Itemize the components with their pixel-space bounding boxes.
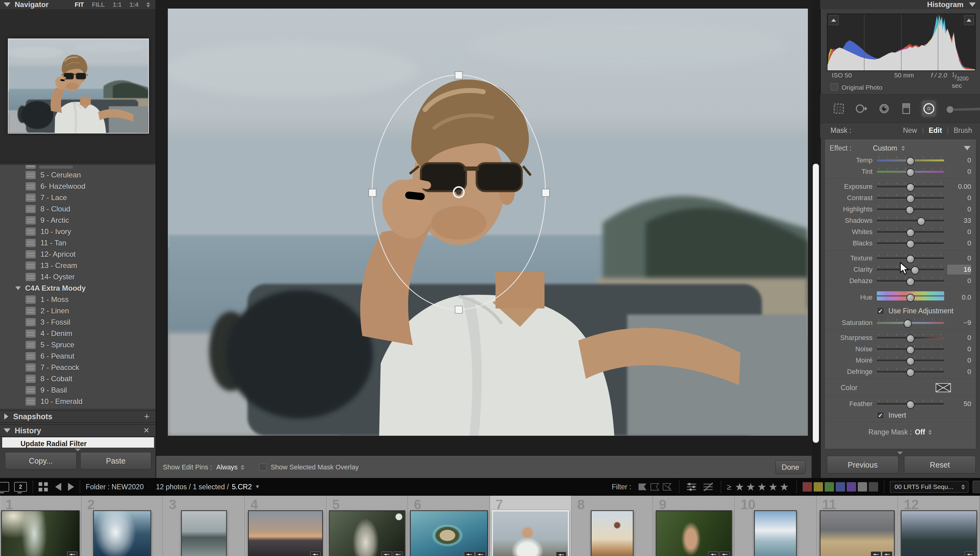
adjustments-badge-icon[interactable] — [393, 551, 403, 556]
clear-history-button[interactable]: ✕ — [143, 426, 149, 435]
original-photo-checkbox[interactable]: ✓ — [831, 83, 838, 91]
next-photo-icon[interactable] — [68, 483, 74, 491]
collapse-triangle-icon[interactable] — [969, 2, 976, 7]
metadata-badge-icon[interactable] — [382, 551, 392, 556]
texture-knob[interactable] — [907, 255, 915, 263]
noise-knob[interactable] — [907, 346, 915, 354]
navigator-preview[interactable] — [8, 39, 149, 133]
histogram-chart[interactable] — [827, 13, 976, 71]
photo-thumbnail-waterfall[interactable] — [1, 511, 79, 556]
show-edit-pins-updown-icon[interactable] — [241, 465, 245, 470]
preset-item[interactable]: 12- Apricot — [0, 249, 156, 260]
photo-thumbnail-pool[interactable] — [754, 511, 797, 556]
history-header[interactable]: History ✕ — [0, 424, 156, 437]
preset-item[interactable]: 4 - Denim — [0, 328, 156, 339]
mask-option-brush[interactable]: Brush — [954, 126, 972, 135]
preset-item[interactable]: 5 - Spruce — [0, 339, 156, 351]
collapse-triangle-icon[interactable] — [964, 146, 970, 150]
whites-knob[interactable] — [907, 229, 915, 237]
no-edits-filter-icon[interactable] — [701, 482, 715, 492]
flag-unflagged-icon[interactable] — [649, 482, 661, 491]
flag-reject-icon[interactable] — [661, 482, 674, 491]
metadata-badge-icon[interactable] — [708, 551, 718, 556]
zoom-mode-fill[interactable]: FILL — [92, 1, 105, 8]
preset-item[interactable]: 14- Oyster — [0, 271, 156, 283]
shadow-clipping-button[interactable] — [829, 15, 839, 25]
defringe-slider[interactable] — [877, 366, 944, 377]
hue-knob[interactable] — [907, 294, 915, 302]
highlight-clipping-button[interactable] — [964, 15, 974, 25]
clarity-knob[interactable] — [911, 266, 919, 275]
previous-button[interactable]: Previous — [827, 456, 899, 474]
exposure-knob[interactable] — [907, 183, 915, 192]
filter-lock-icon[interactable] — [973, 481, 980, 493]
color-label-swatch[interactable] — [802, 482, 812, 492]
filter-preset-dropdown[interactable]: 00 LRT5 Full Sequ... — [890, 481, 969, 493]
preset-row-partial[interactable] — [0, 165, 156, 169]
adjustments-badge-icon[interactable] — [556, 552, 567, 556]
filmstrip-cell-1[interactable]: 1 — [0, 496, 82, 556]
sharpness-slider[interactable] — [877, 332, 944, 343]
zoom-mode-1-1[interactable]: 1:1 — [113, 1, 121, 8]
adjustments-badge-icon[interactable] — [67, 551, 78, 556]
color-label-swatch[interactable] — [813, 482, 823, 492]
range-mask-value[interactable]: Off — [915, 428, 925, 436]
filmstrip-cell-12[interactable]: 12 — [898, 496, 980, 556]
preset-group-header[interactable]: C4A Extra Moody — [0, 283, 156, 294]
blacks-slider[interactable] — [877, 238, 944, 249]
moiré-knob[interactable] — [907, 357, 915, 365]
mask-option-edit[interactable]: Edit — [928, 126, 942, 135]
fine-adjustment-checkbox[interactable]: ✓ — [877, 307, 884, 315]
preset-item[interactable]: 5 - Cerulean — [0, 169, 156, 181]
mask-overlay-checkbox[interactable]: ✓ — [259, 464, 266, 471]
highlights-knob[interactable] — [905, 206, 914, 214]
radial-filter-pin-center[interactable] — [456, 189, 462, 195]
feather-slider[interactable] — [877, 398, 944, 409]
hue-slider[interactable] — [877, 290, 944, 305]
preset-item[interactable]: 8 - Cloud — [0, 203, 156, 215]
edits-filter-icon[interactable] — [685, 482, 698, 492]
history-item-selected[interactable]: Update Radial Filter — [2, 437, 154, 448]
defringe-knob[interactable] — [907, 369, 915, 377]
filename-dropdown-icon[interactable]: ▼ — [255, 484, 260, 490]
reset-button[interactable]: Reset — [904, 456, 976, 474]
preset-item[interactable]: 8 - Cobalt — [0, 373, 156, 384]
sharpness-knob[interactable] — [907, 335, 915, 343]
texture-slider[interactable] — [877, 252, 944, 264]
radial-handle-right[interactable] — [542, 189, 549, 196]
color-label-swatch[interactable] — [836, 482, 845, 492]
adjustments-badge-icon[interactable] — [475, 551, 486, 556]
photo-thumbnail-beach[interactable] — [248, 511, 323, 556]
saturation-slider[interactable] — [877, 317, 944, 328]
highlights-slider[interactable] — [877, 204, 944, 215]
moiré-slider[interactable] — [877, 355, 944, 366]
filmstrip-cell-4[interactable]: 4 — [245, 496, 327, 556]
photo-thumbnail-island[interactable] — [410, 511, 488, 556]
main-window-icon[interactable] — [0, 482, 9, 492]
collapse-triangle-icon[interactable] — [4, 2, 10, 7]
zoom-mode-fit[interactable]: FIT — [75, 1, 84, 8]
adjustments-badge-icon[interactable] — [310, 551, 321, 556]
graduated-filter-tool-icon[interactable] — [900, 101, 913, 116]
spot-removal-tool-icon[interactable] — [854, 101, 868, 116]
color-swatch-none[interactable] — [936, 383, 951, 392]
contrast-slider[interactable] — [877, 192, 944, 204]
radial-handle-left[interactable] — [369, 189, 376, 196]
folder-breadcrumb[interactable]: Folder : NEW2020 — [86, 483, 144, 491]
filmstrip-cell-9[interactable]: 9 — [653, 496, 735, 556]
star-rating-filter[interactable]: ★★★★★ — [735, 481, 791, 493]
zoom-ratio-updown-icon[interactable] — [146, 2, 151, 7]
preset-item[interactable]: 10 - Emerald — [0, 396, 156, 407]
dehaze-knob[interactable] — [907, 278, 915, 286]
effect-updown-icon[interactable] — [901, 145, 905, 151]
flag-pick-icon[interactable] — [637, 482, 649, 491]
tint-knob[interactable] — [907, 168, 915, 176]
collapse-triangle-icon[interactable] — [15, 286, 21, 290]
photo-thumbnail-underwater[interactable] — [93, 511, 151, 556]
previous-photo-icon[interactable] — [55, 483, 61, 491]
copy-button[interactable]: Copy... — [5, 452, 76, 469]
rating-operator[interactable]: ≥ — [727, 482, 731, 492]
adjustments-badge-icon[interactable] — [964, 551, 975, 556]
preset-item[interactable]: 9 - Arctic — [0, 215, 156, 226]
color-label-swatch[interactable] — [868, 482, 878, 492]
